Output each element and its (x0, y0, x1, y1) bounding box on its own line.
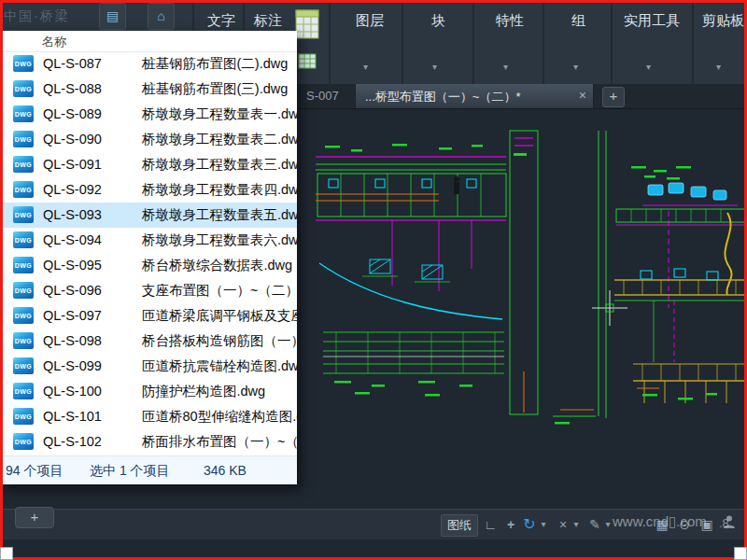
file-code: QL-S-090 (43, 127, 102, 152)
tendon-anchors (648, 183, 726, 200)
dwg-file-icon: DWG (13, 206, 34, 223)
top-left-watermark: 中国·桥梁 (4, 8, 70, 25)
site-watermark-extra: .8 (719, 516, 729, 530)
dwg-file-icon: DWG (13, 332, 34, 349)
ribbon-panel-group[interactable]: 组 (571, 12, 585, 30)
new-tab-button[interactable]: + (602, 87, 625, 107)
file-name: 桥墩墩身工程数量表四.dwg (142, 177, 297, 203)
file-name: 支座布置图（一）~（二）.dwg (142, 278, 297, 303)
chevron-down-icon[interactable]: ▾ (432, 62, 437, 72)
file-code: QL-S-101 (43, 404, 102, 429)
chevron-down-icon[interactable]: ▾ (539, 514, 548, 535)
file-row[interactable]: DWG QL-S-094 桥墩墩身工程数量表六.dwg (0, 228, 297, 253)
file-row[interactable]: DWG QL-S-102 桥面排水布置图（一）~（二）.dwg (0, 429, 297, 455)
file-name: 桥墩墩身工程数量表二.dwg (142, 127, 297, 152)
file-row[interactable]: DWG QL-S-087 桩基钢筋布置图(二).dwg (0, 51, 297, 77)
file-code: QL-S-100 (43, 379, 102, 404)
lower-deck (633, 364, 745, 403)
file-name: 桥墩墩身工程数量表三.dwg (142, 152, 297, 177)
quantity-table-lines (323, 332, 504, 373)
ribbon-panel-layers[interactable]: 图层 (356, 12, 384, 30)
file-name: 桥墩墩身工程数量表一.dwg (142, 102, 297, 127)
crosshair-icon[interactable]: + (502, 514, 519, 535)
dwg-file-icon: DWG (13, 80, 34, 97)
dwg-file-icon: DWG (13, 408, 34, 425)
tab-active-drawing[interactable]: ...桥型布置图（一）~（二）* × (355, 84, 594, 108)
file-row[interactable]: DWG QL-S-088 桩基钢筋布置图(三).dwg (0, 77, 297, 102)
file-row[interactable]: DWG QL-S-097 匝道桥梁底调平钢板及支座.dwg (0, 303, 297, 329)
site-watermark: www.cnd▯.com (613, 513, 707, 530)
quick-access-icon-1[interactable]: ▤ (99, 3, 126, 30)
chevron-down-icon[interactable]: ▾ (716, 62, 721, 72)
file-code: QL-S-088 (43, 77, 102, 102)
chevron-down-icon[interactable]: ▾ (646, 62, 651, 72)
chevron-down-icon[interactable]: ▾ (571, 514, 581, 535)
file-row[interactable]: DWG QL-S-091 桥墩墩身工程数量表三.dwg (0, 152, 297, 177)
file-row[interactable]: DWG QL-S-101 匝道桥80型伸缩缝构造图.dwg (0, 404, 297, 429)
tab-inactive-drawing[interactable]: S-007 (306, 89, 339, 103)
file-name: 匝道桥梁底调平钢板及支座.dwg (142, 303, 297, 329)
home-icon: ⌂ (157, 8, 164, 23)
right-bridge-section (614, 166, 745, 403)
dwg-file-icon: DWG (13, 257, 34, 273)
center-sheet-frame (510, 131, 606, 425)
new-layout-tab-button[interactable]: + (15, 507, 54, 528)
file-name: 桩基钢筋布置图(二).dwg (142, 51, 288, 77)
file-name: 桩基钢筋布置图(三).dwg (142, 77, 288, 102)
panel-separator (692, 0, 694, 84)
column-header-name[interactable]: 名称 (42, 34, 66, 50)
move-tool-icon[interactable]: × (555, 514, 571, 535)
file-code: QL-S-091 (43, 152, 102, 177)
file-code: QL-S-092 (43, 177, 102, 203)
isometric-angle-icon[interactable]: ∟ (482, 514, 499, 535)
ribbon-panel-clipboard[interactable]: 剪贴板 (702, 12, 744, 30)
chevron-down-icon[interactable]: ▾ (503, 62, 508, 72)
file-row[interactable]: DWG QL-S-095 桥台桥墩综合数据表.dwg (0, 253, 297, 278)
dwg-file-icon: DWG (13, 181, 34, 198)
file-code: QL-S-102 (43, 429, 102, 455)
ribbon-panel-text[interactable]: 文字 (207, 12, 235, 30)
ribbon-panel-dimension[interactable]: 标注 (254, 12, 282, 30)
file-name: 匝道桥80型伸缩缝构造图.dwg (142, 404, 297, 429)
upper-deck (614, 280, 745, 295)
file-name: 防撞护栏构造图.dwg (142, 379, 265, 404)
selection-size: 346 KB (204, 456, 247, 484)
file-row[interactable]: DWG QL-S-090 桥墩墩身工程数量表二.dwg (0, 127, 297, 152)
panel-separator (402, 0, 403, 84)
file-row[interactable]: DWG QL-S-096 支座布置图（一）~（二）.dwg (0, 278, 297, 303)
file-row[interactable]: DWG QL-S-098 桥台搭板构造钢筋图（一）.dwg (0, 329, 297, 354)
panel-separator (611, 0, 613, 84)
paper-space-button[interactable]: 图纸 (441, 514, 478, 537)
orbit-icon[interactable]: ↻ (521, 514, 538, 535)
chevron-down-icon[interactable]: ▾ (603, 514, 613, 535)
dwg-file-icon: DWG (13, 357, 34, 374)
resize-handle-bottom-right[interactable] (734, 547, 747, 560)
table-tool-icon[interactable] (295, 8, 319, 46)
file-row[interactable]: DWG QL-S-099 匝道桥抗震锚栓构造图.dwg (0, 354, 297, 379)
dwg-file-icon: DWG (13, 433, 34, 450)
dwg-file-icon: DWG (13, 282, 34, 299)
file-code: QL-S-095 (43, 253, 102, 278)
annotate-pencil-icon[interactable]: ✎ (586, 514, 603, 535)
panel-separator (472, 0, 474, 84)
resize-handle-bottom-left[interactable] (0, 547, 13, 560)
file-row[interactable]: DWG QL-S-092 桥墩墩身工程数量表四.dwg (0, 177, 297, 203)
chevron-down-icon[interactable]: ▾ (573, 62, 578, 72)
dwg-file-icon: DWG (13, 307, 34, 324)
close-icon[interactable]: × (579, 88, 586, 103)
file-name: 桥墩墩身工程数量表六.dwg (142, 228, 297, 253)
app-icon: ▤ (106, 8, 119, 23)
chevron-down-icon[interactable]: ▾ (363, 62, 368, 72)
file-row[interactable]: DWG QL-S-100 防撞护栏构造图.dwg (0, 379, 297, 404)
file-row[interactable]: DWG QL-S-089 桥墩墩身工程数量表一.dwg (0, 102, 297, 127)
ribbon-panel-properties[interactable]: 特性 (496, 12, 524, 30)
file-row-selected[interactable]: DWG QL-S-093 桥墩墩身工程数量表五.dwg (0, 203, 297, 228)
file-code: QL-S-094 (43, 228, 102, 253)
file-explorer-window: 名称 DWG QL-S-087 桩基钢筋布置图(二).dwg DWG QL-S-… (0, 31, 297, 484)
table-small-tool-icon[interactable] (298, 53, 317, 74)
ribbon-panel-block[interactable]: 块 (431, 12, 445, 30)
quick-access-icon-2[interactable]: ⌂ (148, 3, 175, 30)
ribbon-panel-utilities[interactable]: 实用工具 (624, 12, 680, 30)
file-name: 桥台桥墩综合数据表.dwg (142, 253, 292, 278)
file-name: 桥墩墩身工程数量表五.dwg (142, 203, 297, 228)
